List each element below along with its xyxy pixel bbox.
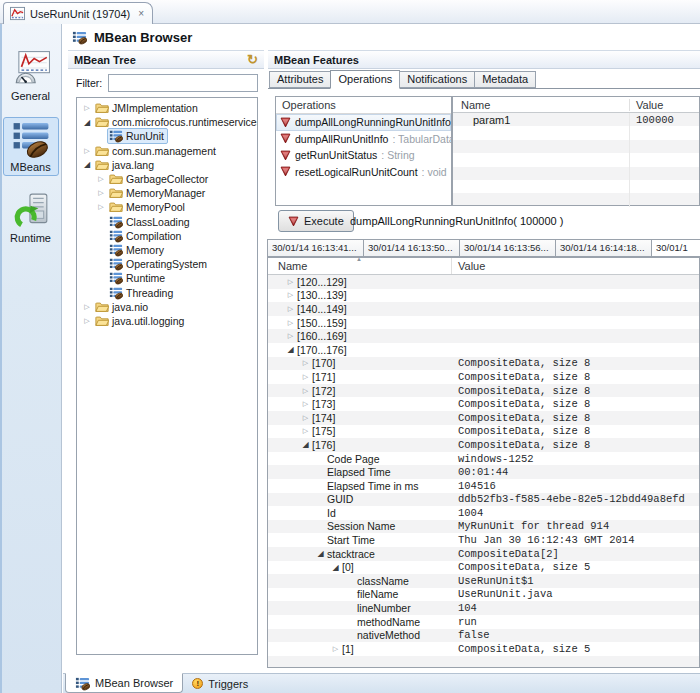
result-row[interactable]: classNameUseRunUnit$1 xyxy=(268,574,699,588)
tree-collapsed-arrow-icon[interactable]: ▷ xyxy=(284,319,297,327)
result-tab[interactable]: 30/01/14 16:13:41... xyxy=(267,239,364,257)
tree-collapsed-arrow-icon[interactable]: ▷ xyxy=(284,291,297,299)
sidebar-item-general[interactable]: General xyxy=(3,46,59,105)
tree-node-content[interactable]: java.util.logging xyxy=(93,313,188,329)
tree-node-label: java.nio xyxy=(112,301,148,313)
tree-expanded-arrow-icon[interactable]: ◢ xyxy=(329,563,342,572)
parameter-row[interactable]: param1100000 xyxy=(453,113,699,126)
result-row[interactable]: ▷[160...169] xyxy=(268,329,699,343)
tree-expanded-arrow-icon[interactable]: ◢ xyxy=(284,345,297,354)
result-row[interactable]: Elapsed Time00:01:44 xyxy=(268,465,699,479)
tree-collapsed-arrow-icon[interactable]: ▷ xyxy=(299,427,312,435)
tree-collapsed-arrow-icon[interactable]: ▷ xyxy=(284,305,297,313)
result-row[interactable]: ▷[140...149] xyxy=(268,302,699,316)
result-row[interactable]: ▷[150...159] xyxy=(268,316,699,330)
tree-collapsed-arrow-icon[interactable]: ▷ xyxy=(95,203,107,211)
result-row[interactable]: fileNameUseRunUnit.java xyxy=(268,588,699,602)
close-icon[interactable]: × xyxy=(138,9,144,19)
result-row[interactable]: lineNumber104 xyxy=(268,601,699,615)
tab-operations[interactable]: Operations xyxy=(330,70,400,89)
operation-item[interactable]: resetLogicalRunUnitCount : void xyxy=(276,164,451,181)
sidebar-item-mbeans[interactable]: MBeans xyxy=(3,117,59,176)
tab-attributes[interactable]: Attributes xyxy=(269,71,331,88)
refresh-icon[interactable]: ↻ xyxy=(247,54,258,66)
tree-node[interactable]: RunUnit xyxy=(77,129,257,143)
tree-expanded-arrow-icon[interactable]: ◢ xyxy=(314,549,327,558)
tree-collapsed-arrow-icon[interactable]: ▷ xyxy=(81,303,93,311)
tree-node[interactable]: Threading xyxy=(77,285,257,299)
result-tab[interactable]: 30/01/14 16:13:50... xyxy=(363,239,460,257)
tree-collapsed-arrow-icon[interactable]: ▷ xyxy=(284,332,297,340)
tab-mbean-browser[interactable]: MBean Browser xyxy=(65,673,183,693)
tree-node[interactable]: ▷JMImplementation xyxy=(77,101,257,115)
tree-node[interactable]: ▷java.util.logging xyxy=(77,314,257,328)
tree-expanded-arrow-icon[interactable]: ◢ xyxy=(81,160,93,169)
tree-collapsed-arrow-icon[interactable]: ▷ xyxy=(299,359,312,367)
result-row[interactable]: Id1004 xyxy=(268,506,699,520)
result-row[interactable]: ▷[175]CompositeData, size 8 xyxy=(268,425,699,439)
result-row[interactable]: ◢stacktraceCompositeData[2] xyxy=(268,547,699,561)
operation-item[interactable]: dumpAllRunUnitInfo : TabularData xyxy=(276,131,451,148)
tree-expanded-arrow-icon[interactable]: ◢ xyxy=(299,440,312,449)
parameter-value[interactable]: 100000 xyxy=(629,113,699,126)
result-tab[interactable]: 30/01/14 16:14:18... xyxy=(555,239,652,257)
result-row[interactable]: Session NameMyRunUnit for thread 914 xyxy=(268,520,699,534)
tab-triggers[interactable]: ! Triggers xyxy=(183,674,257,693)
result-row[interactable]: ▷[1]CompositeData, size 5 xyxy=(268,642,699,656)
tree-node-content[interactable]: Runtime xyxy=(107,270,169,286)
result-row[interactable]: ▷[130...139] xyxy=(268,289,699,303)
result-row[interactable]: ▷[172]CompositeData, size 8 xyxy=(268,384,699,398)
tree-node[interactable]: ▷GarbageCollector xyxy=(77,172,257,186)
tree-node[interactable]: ▷java.nio xyxy=(77,300,257,314)
tree-collapsed-arrow-icon[interactable]: ▷ xyxy=(284,278,297,286)
tree-collapsed-arrow-icon[interactable]: ▷ xyxy=(299,387,312,395)
tree-node[interactable]: Memory xyxy=(77,243,257,257)
result-row[interactable]: ▷[170]CompositeData, size 8 xyxy=(268,357,699,371)
tree-collapsed-arrow-icon[interactable]: ▷ xyxy=(95,175,107,183)
result-row[interactable]: nativeMethodfalse xyxy=(268,628,699,642)
tree-node[interactable]: ◢com.microfocus.runtimeservices xyxy=(77,115,257,129)
tree-node[interactable]: OperatingSystem xyxy=(77,257,257,271)
tree-collapsed-arrow-icon[interactable]: ▷ xyxy=(81,147,93,155)
result-row[interactable]: GUIDddb52fb3-f585-4ebe-82e5-12bdd49a8efd xyxy=(268,493,699,507)
result-row[interactable]: ◢[176]CompositeData, size 8 xyxy=(268,438,699,452)
filter-input[interactable] xyxy=(108,74,258,92)
result-tab[interactable]: 30/01/1 xyxy=(651,239,700,257)
result-row[interactable]: methodNamerun xyxy=(268,615,699,629)
tree-collapsed-arrow-icon[interactable]: ▷ xyxy=(81,104,93,112)
tree-node[interactable]: ▷MemoryManager xyxy=(77,186,257,200)
tree-collapsed-arrow-icon[interactable]: ▷ xyxy=(299,400,312,408)
tree-node[interactable]: Runtime xyxy=(77,271,257,285)
result-tab[interactable]: 30/01/14 16:13:56... xyxy=(459,239,556,257)
result-row[interactable]: Start TimeThu Jan 30 16:12:43 GMT 2014 xyxy=(268,533,699,547)
result-row[interactable]: Elapsed Time in ms104516 xyxy=(268,479,699,493)
result-row[interactable]: ◢[0]CompositeData, size 5 xyxy=(268,560,699,574)
result-row[interactable]: ◢[170...176] xyxy=(268,343,699,357)
sort-ascending-icon: ▲ xyxy=(356,256,362,262)
operation-item[interactable]: getRunUnitStatus : String xyxy=(276,147,451,164)
tree-collapsed-arrow-icon[interactable]: ▷ xyxy=(95,189,107,197)
operation-item[interactable]: dumpAllLongRunningRunUnitInfo : Ta xyxy=(276,114,451,131)
sidebar-item-runtime[interactable]: Runtime xyxy=(3,188,59,247)
column-header-value[interactable]: Value xyxy=(452,258,699,274)
tree-collapsed-arrow-icon[interactable]: ▷ xyxy=(329,645,342,653)
result-row[interactable]: ▷[171]CompositeData, size 8 xyxy=(268,370,699,384)
result-row[interactable]: ▷[174]CompositeData, size 8 xyxy=(268,411,699,425)
execute-button[interactable]: Execute xyxy=(278,210,354,232)
result-row[interactable]: Code Pagewindows-1252 xyxy=(268,452,699,466)
tab-notifications[interactable]: Notifications xyxy=(399,71,475,88)
tree-node[interactable]: Compilation xyxy=(77,229,257,243)
tree-collapsed-arrow-icon[interactable]: ▷ xyxy=(81,317,93,325)
tree-node[interactable]: ▷MemoryPool xyxy=(77,200,257,214)
result-row[interactable]: ▷[120...129] xyxy=(268,275,699,289)
tab-metadata[interactable]: Metadata xyxy=(474,71,536,88)
editor-tab-userununit[interactable]: UseRunUnit (19704) × xyxy=(3,2,153,24)
result-row[interactable]: ▷[173]CompositeData, size 8 xyxy=(268,397,699,411)
tree-node[interactable]: ◢java.lang xyxy=(77,158,257,172)
tree-collapsed-arrow-icon[interactable]: ▷ xyxy=(299,373,312,381)
tree-collapsed-arrow-icon[interactable]: ▷ xyxy=(299,414,312,422)
tree-node[interactable]: ▷com.sun.management xyxy=(77,144,257,158)
tree-expanded-arrow-icon[interactable]: ◢ xyxy=(81,118,93,127)
tree-node[interactable]: ClassLoading xyxy=(77,215,257,229)
column-header-name[interactable]: Name ▲ xyxy=(268,258,452,274)
